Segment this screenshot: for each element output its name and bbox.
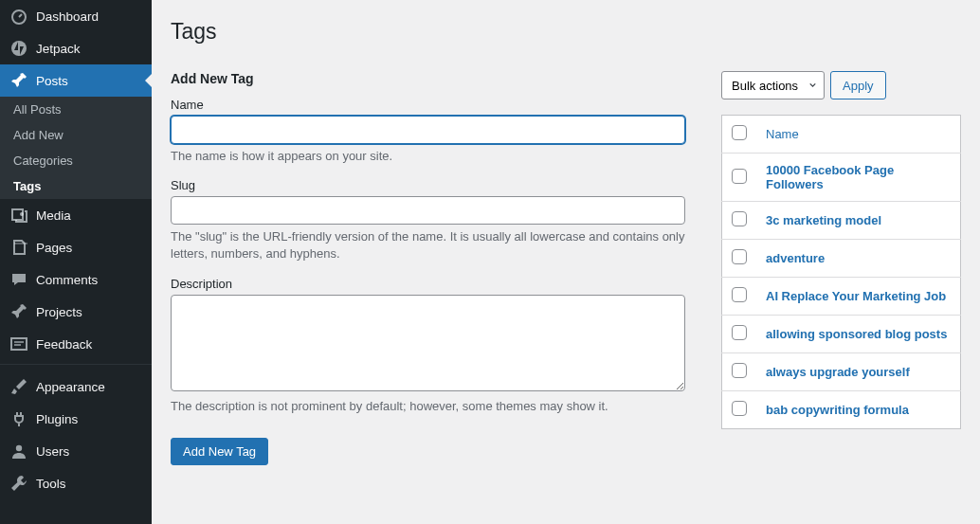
row-checkbox[interactable] [732, 363, 747, 378]
page-title: Tags [171, 19, 961, 45]
sidebar-item-jetpack[interactable]: Jetpack [0, 32, 152, 64]
main-content: Tags Add New Tag Name The name is how it… [152, 0, 980, 524]
select-all-checkbox[interactable] [732, 125, 747, 140]
submenu-item-all-posts[interactable]: All Posts [0, 97, 152, 122]
name-label: Name [171, 98, 685, 112]
table-row: 3c marketing model [722, 202, 961, 240]
wrench-icon [9, 474, 28, 493]
bulk-actions-select[interactable]: Bulk actions [721, 71, 825, 99]
dashboard-icon [9, 7, 28, 26]
sidebar-item-pages[interactable]: Pages [0, 231, 152, 263]
svg-rect-3 [11, 338, 27, 350]
table-row: adventure [722, 240, 961, 278]
sidebar-item-media[interactable]: Media [0, 199, 152, 231]
media-icon [9, 206, 28, 225]
description-help: The description is not prominent by defa… [171, 398, 685, 415]
sidebar-item-label: Users [36, 444, 69, 459]
comments-icon [9, 270, 28, 289]
sidebar-item-label: Appearance [36, 380, 105, 394]
tag-link[interactable]: adventure [766, 251, 825, 265]
sidebar-item-label: Pages [36, 241, 72, 255]
sidebar-item-label: Posts [36, 74, 68, 88]
submenu-item-categories[interactable]: Categories [0, 148, 152, 173]
pin-icon [9, 71, 28, 90]
sidebar-item-label: Jetpack [36, 42, 81, 56]
add-new-tag-button[interactable]: Add New Tag [171, 438, 268, 465]
tag-link[interactable]: 10000 Facebook Page Followers [766, 163, 894, 191]
pages-icon [9, 238, 28, 257]
sidebar-item-dashboard[interactable]: Dashboard [0, 0, 152, 32]
tag-link[interactable]: 3c marketing model [766, 213, 881, 227]
table-row: 10000 Facebook Page Followers [722, 154, 961, 202]
table-row: bab copywriting formula [722, 391, 961, 429]
tag-link[interactable]: bab copywriting formula [766, 403, 909, 417]
row-checkbox[interactable] [732, 211, 747, 226]
slug-input[interactable] [171, 196, 685, 225]
sidebar-item-plugins[interactable]: Plugins [0, 403, 152, 435]
sidebar-item-appearance[interactable]: Appearance [0, 370, 152, 403]
sidebar-item-label: Media [36, 208, 71, 223]
slug-label: Slug [171, 178, 685, 192]
sidebar-item-label: Plugins [36, 412, 78, 426]
apply-button[interactable]: Apply [830, 71, 886, 99]
sidebar-separator [0, 360, 152, 365]
sidebar-item-posts[interactable]: Posts [0, 64, 152, 97]
sidebar-item-label: Tools [36, 477, 66, 491]
svg-point-1 [11, 41, 27, 56]
sidebar-item-label: Feedback [36, 337, 92, 352]
user-icon [9, 442, 28, 461]
submenu: All PostsAdd NewCategoriesTags [0, 97, 152, 199]
tag-link[interactable]: AI Replace Your Marketing Job [766, 289, 946, 303]
sidebar-item-users[interactable]: Users [0, 435, 152, 467]
description-label: Description [171, 277, 685, 291]
table-row: allowing sponsored blog posts [722, 316, 961, 353]
feedback-icon [9, 334, 28, 353]
name-input[interactable] [171, 116, 685, 144]
brush-icon [9, 377, 28, 396]
sidebar-item-comments[interactable]: Comments [0, 263, 152, 296]
row-checkbox[interactable] [732, 249, 747, 264]
sidebar-item-label: Comments [36, 273, 98, 287]
sidebar-item-feedback[interactable]: Feedback [0, 328, 152, 360]
admin-sidebar: DashboardJetpackPostsAll PostsAdd NewCat… [0, 0, 152, 524]
row-checkbox[interactable] [732, 287, 747, 302]
svg-point-4 [16, 445, 22, 451]
tag-link[interactable]: allowing sponsored blog posts [766, 327, 947, 341]
name-help: The name is how it appears on your site. [171, 148, 685, 165]
description-textarea[interactable] [171, 295, 685, 391]
form-heading: Add New Tag [171, 71, 685, 86]
row-checkbox[interactable] [732, 325, 747, 340]
tags-table: Name 10000 Facebook Page Followers3c mar… [721, 115, 961, 429]
sidebar-item-tools[interactable]: Tools [0, 467, 152, 499]
pin-icon [9, 302, 28, 321]
svg-point-2 [20, 212, 24, 216]
column-header-name[interactable]: Name [766, 127, 799, 141]
tag-link[interactable]: always upgrade yourself [766, 365, 910, 379]
sidebar-item-projects[interactable]: Projects [0, 296, 152, 328]
submenu-item-tags[interactable]: Tags [0, 173, 152, 199]
submenu-item-add-new[interactable]: Add New [0, 122, 152, 148]
plug-icon [9, 409, 28, 428]
table-row: AI Replace Your Marketing Job [722, 278, 961, 316]
table-row: always upgrade yourself [722, 353, 961, 391]
row-checkbox[interactable] [732, 169, 747, 184]
tags-list-panel: Bulk actions Apply Name [721, 71, 961, 465]
add-tag-form: Add New Tag Name The name is how it appe… [171, 71, 685, 465]
sidebar-item-label: Projects [36, 305, 82, 319]
row-checkbox[interactable] [732, 401, 747, 416]
slug-help: The "slug" is the URL-friendly version o… [171, 228, 685, 262]
sidebar-item-label: Dashboard [36, 9, 99, 24]
jetpack-icon [9, 39, 28, 58]
